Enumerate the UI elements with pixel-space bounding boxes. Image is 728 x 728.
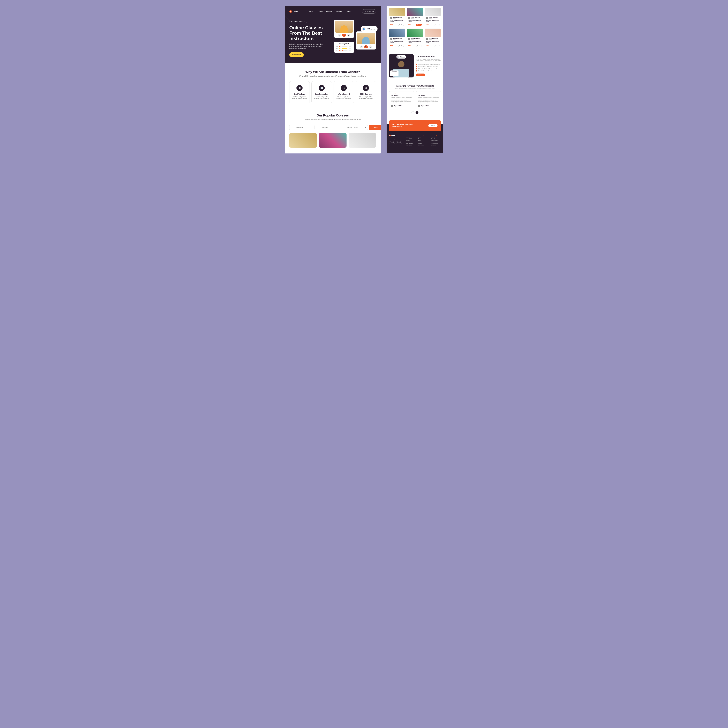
call-icon[interactable]: 📞: [342, 34, 346, 37]
popular-title: Our Popular Courses: [289, 113, 376, 117]
review-body: " The online courses at EduVibe were the…: [391, 97, 412, 104]
course-card[interactable]: Hasan HasanzadehInstructorHTML, CSS And …: [425, 29, 441, 48]
about-cta-button[interactable]: Get Started: [416, 73, 425, 76]
course-thumb[interactable]: [349, 133, 376, 148]
login-button[interactable]: Login/Sign Up: [362, 9, 376, 14]
author-name: Hasan Hasanzadeh: [393, 38, 402, 39]
mic-icon[interactable]: 🎤: [360, 46, 363, 48]
cta-banner: Do You Want To Be An Instructor? Join No…: [389, 120, 441, 131]
author-role: Instructor: [393, 39, 402, 40]
feature-icon: ◧: [297, 85, 303, 91]
nav-contact[interactable]: Contact: [346, 11, 351, 12]
footer-link[interactable]: UX Design: [406, 140, 416, 141]
footer-link[interactable]: Affiliates: [419, 143, 428, 144]
about-list-item: Secured The Process Of Maintaining In Ev…: [416, 66, 441, 67]
course-card[interactable]: Aboodi VesakaranInstructorHTML, CSS And …: [407, 8, 423, 27]
buy-now-button[interactable]: Buy Now: [434, 24, 440, 26]
mic-icon[interactable]: 🎤: [338, 34, 341, 37]
course-card[interactable]: Hasan HasanzadehInstructorHTML, CSS And …: [389, 29, 405, 48]
course-card[interactable]: Aboodi VesakaranInstructorHTML, CSS And …: [425, 8, 441, 27]
feature-card: 🖥500+ CoursesWe have highly skilled teac…: [356, 81, 376, 103]
star-rating: ★★★★★: [418, 93, 439, 94]
chevron-down-icon: ▾: [365, 127, 366, 128]
course-name-input[interactable]: [289, 125, 315, 130]
get-started-button[interactable]: Get Started: [289, 52, 304, 57]
footer-link[interactable]: Invite A Friend: [419, 145, 428, 145]
course-price: $25.00: [390, 45, 393, 46]
feature-card: 📄Best CurriculumWe have highly skilled t…: [312, 81, 332, 103]
buy-now-button[interactable]: Buy Now: [398, 45, 404, 47]
footer-link[interactable]: UI Design: [406, 142, 416, 142]
camera-icon[interactable]: 📷: [369, 46, 372, 48]
buy-now-button[interactable]: Buy Now: [416, 45, 422, 47]
nav-home[interactable]: Home: [309, 11, 314, 12]
footer-link[interactable]: Blog: [419, 138, 428, 139]
about-title: Get Know About Us: [416, 55, 441, 58]
camera-icon[interactable]: 📷: [347, 34, 350, 37]
footer-link[interactable]: Partnership: [431, 138, 441, 139]
footer-logo[interactable]: ELearn: [389, 135, 403, 136]
footer-link[interactable]: Ios Develop: [406, 137, 416, 138]
course-thumb[interactable]: [289, 133, 317, 148]
footer-link[interactable]: Writing Translation: [406, 143, 416, 144]
reviewer-avatar: [418, 105, 420, 107]
buy-now-button[interactable]: Buy Now: [434, 45, 440, 47]
footer-link[interactable]: Finance Experts: [431, 140, 441, 141]
about-list-item: Our Content Will Help You Every Step: [416, 70, 441, 72]
users-icon: 👥: [362, 27, 366, 31]
footer-desc: You only have to know one thing that, yo…: [389, 138, 403, 140]
hero-badge: #1 Online Courses 2023: [289, 20, 307, 23]
popular-course-select[interactable]: [343, 125, 368, 130]
search-button[interactable]: Search: [369, 125, 381, 130]
reviews-subtitle: We have highly professional mentors arou…: [389, 88, 441, 89]
reviews-title: Interesting Reviews From Our Students: [389, 85, 441, 87]
footer-link[interactable]: Events: [419, 137, 428, 138]
footer-link[interactable]: Product Manager: [431, 143, 441, 144]
footer-link[interactable]: Project Management: [431, 142, 441, 142]
footer-link[interactable]: Our Mentors: [431, 145, 441, 145]
footer-link[interactable]: Program & Tech: [406, 138, 416, 139]
next-button[interactable]: →: [416, 111, 419, 114]
hero-title: Online Classes From The Best Instructors: [289, 25, 331, 41]
tutor-name-input[interactable]: [316, 125, 341, 130]
call-icon[interactable]: 📞: [364, 46, 368, 48]
buy-now-button[interactable]: Buy Now: [416, 24, 422, 26]
course-thumb: [407, 29, 423, 37]
logo[interactable]: ELearn: [289, 10, 298, 13]
author-role: Instructor: [429, 39, 438, 40]
learning-chart-card: Learning Chart 50K 25k 5k: [334, 42, 354, 53]
course-title: HTML, CSS And JavaScript Course: [390, 41, 404, 43]
video-card-1: 🎤 📞 📷: [334, 20, 354, 38]
nav-links: Home Courses Mentors About Us Contact: [309, 11, 351, 12]
course-thumb: [389, 29, 405, 37]
feature-title: 1 To 1 Support: [335, 93, 352, 95]
twitter-icon[interactable]: 𝕏: [392, 141, 395, 144]
author-avatar: [408, 38, 410, 40]
nav-mentors[interactable]: Mentors: [326, 11, 332, 12]
course-thumb: [425, 8, 441, 16]
stat-number: 200k: [367, 28, 375, 29]
author-avatar: [426, 17, 428, 19]
footer-link[interactable]: Forum: [419, 140, 428, 141]
course-thumb[interactable]: [319, 133, 346, 148]
linkedin-icon[interactable]: in: [399, 141, 402, 144]
feature-card: ◧Best TechersWe have highly skilled teac…: [289, 81, 310, 103]
facebook-icon[interactable]: f: [389, 141, 392, 144]
footer-link[interactable]: About Us: [431, 137, 441, 138]
author-role: Instructor: [393, 18, 402, 19]
join-now-button[interactable]: Join Now: [428, 124, 437, 127]
author-role: Instructor: [411, 39, 420, 40]
course-card[interactable]: Hasan HasanzadehInstructorHTML, CSS And …: [407, 29, 423, 48]
design-frame-left: ELearn Home Courses Mentors About Us Con…: [284, 6, 381, 153]
course-thumb: [389, 8, 405, 16]
footer-link[interactable]: Podcast: [419, 142, 428, 142]
prev-button[interactable]: ←: [411, 111, 414, 114]
popular-subtitle: Online education platform is very easy w…: [289, 119, 376, 121]
buy-now-button[interactable]: Buy Now: [398, 24, 404, 26]
author-name: Hasan Hasanzadeh: [393, 17, 402, 18]
nav-about[interactable]: About Us: [336, 11, 342, 12]
instagram-icon[interactable]: ◫: [396, 141, 399, 144]
footer-link[interactable]: Program & Tech: [406, 145, 416, 145]
course-card[interactable]: Hasan HasanzadehInstructorHTML, CSS And …: [389, 8, 405, 27]
nav-courses[interactable]: Courses: [317, 11, 323, 12]
